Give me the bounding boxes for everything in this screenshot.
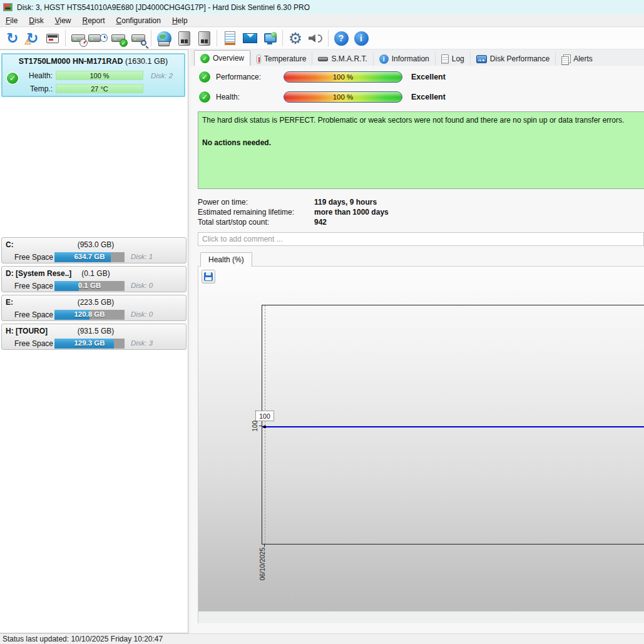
- disk-enclosure-button[interactable]: [174, 29, 194, 48]
- free-space-value: 129.3 GB: [54, 339, 125, 347]
- x-axis-tick-mark: [264, 544, 265, 547]
- health-row: ✓ Health: 100 % Excellent: [191, 90, 644, 104]
- help-icon: ?: [334, 31, 349, 46]
- disk-clock-icon: [88, 34, 101, 42]
- temp-label: Temp.:: [23, 84, 53, 93]
- toolbar-separator: [151, 30, 151, 46]
- stat-row: Power on time: 119 days, 9 hours: [198, 197, 389, 207]
- toolbar-separator: [282, 30, 283, 46]
- toolbar-separator: [217, 30, 217, 46]
- free-space-bar: 129.3 GB: [54, 339, 125, 349]
- notepad-icon: [225, 31, 235, 45]
- disk-schedule-button[interactable]: [88, 29, 108, 48]
- partition-item[interactable]: H: [TOURO] (931.5 GB) Free Space 129.3 G…: [1, 324, 187, 350]
- tab-strip: ✓OverviewTemperatureS.M.A.R.T.iInformati…: [191, 49, 644, 66]
- tab-temperature[interactable]: Temperature: [250, 52, 312, 66]
- partition-list: C: (953.0 GB) Free Space 634.7 GB Disk: …: [1, 237, 187, 352]
- about-button[interactable]: i: [351, 29, 371, 48]
- disk-size: (1630.1 GB): [125, 57, 168, 66]
- health-bar: 100 %: [56, 71, 143, 80]
- network-disk-button[interactable]: [154, 29, 174, 48]
- partition-name: E:: [6, 298, 13, 307]
- disk-enclosure-icon: [178, 31, 190, 46]
- performance-chart-icon: [476, 55, 487, 63]
- health-chart-tab[interactable]: Health (%): [200, 252, 252, 267]
- partition-name: C:: [6, 240, 14, 249]
- save-chart-button[interactable]: [202, 270, 215, 284]
- performance-ok-icon: ✓: [199, 71, 210, 83]
- disk-accept-button[interactable]: ✓: [108, 29, 128, 48]
- status-last-updated: Status last updated: 10/10/2025 Friday 1…: [3, 635, 163, 643]
- globe-disk-icon: [157, 31, 171, 46]
- gear-icon: ⚙: [289, 31, 302, 46]
- stat-value: more than 1000 days: [314, 208, 389, 217]
- refresh-button[interactable]: ↻: [3, 29, 23, 48]
- free-space-bar: 634.7 GB: [54, 252, 125, 262]
- data-point-label: 100: [255, 411, 274, 421]
- status-action-text: No actions needed.: [202, 137, 640, 148]
- chart-gridline: [265, 305, 265, 544]
- help-button[interactable]: ?: [331, 29, 351, 48]
- temp-bar: 27 °C: [56, 84, 143, 93]
- thermometer-icon: [257, 54, 261, 64]
- report-button[interactable]: [43, 29, 63, 48]
- health-series-line: [262, 426, 644, 427]
- partition-item[interactable]: C: (953.0 GB) Free Space 634.7 GB Disk: …: [1, 237, 187, 263]
- network-computer-icon: [263, 32, 277, 44]
- sound-alerts-button[interactable]: [305, 29, 325, 48]
- send-mail-button[interactable]: [240, 29, 260, 48]
- health-meter: 100 %: [284, 91, 402, 103]
- toolbar: ↻ ↻⚠ ✓ ⚙ ? i: [0, 28, 644, 49]
- partition-item[interactable]: D: [System Rese..] (0.1 GB) Free Space 0…: [1, 266, 187, 292]
- partition-disk-label: Disk: 1: [131, 253, 153, 260]
- remote-monitor-button[interactable]: [260, 29, 280, 48]
- settings-button[interactable]: ⚙: [285, 29, 305, 48]
- free-space-value: 120.8 GB: [54, 310, 125, 318]
- tab-disk-performance[interactable]: Disk Performance: [470, 52, 555, 66]
- tab-label: Information: [392, 54, 429, 63]
- disk-number-label: Disk: 2: [151, 72, 173, 79]
- tab-s-m-a-r-t-[interactable]: S.M.A.R.T.: [312, 52, 372, 66]
- disk-test-button[interactable]: [68, 29, 88, 48]
- disk-list-panel: ST1750LM000 HN-M171RAD (1630.1 GB) ✓ Hea…: [0, 49, 188, 633]
- chart-footer: [198, 611, 644, 623]
- warning-icon: ⚠: [24, 38, 31, 46]
- tab-label: Overview: [213, 54, 244, 63]
- x-axis-tick-label: 06/10/2025: [258, 548, 266, 591]
- tab-log[interactable]: Log: [435, 52, 470, 66]
- free-space-label: Free Space: [14, 339, 53, 348]
- disk-enclosure-icon: [198, 31, 210, 46]
- partition-size: (953.0 GB): [78, 240, 115, 249]
- disk-surface-test-button[interactable]: [128, 29, 148, 48]
- selected-disk-card[interactable]: ST1750LM000 HN-M171RAD (1630.1 GB) ✓ Hea…: [1, 53, 185, 97]
- menu-item-disk[interactable]: Disk: [23, 15, 49, 26]
- refresh-all-button[interactable]: ↻⚠: [23, 29, 43, 48]
- menu-item-configuration[interactable]: Configuration: [111, 15, 166, 26]
- performance-row: ✓ Performance: 100 % Excellent: [191, 70, 644, 84]
- free-space-value: 634.7 GB: [54, 253, 125, 260]
- info-icon: i: [354, 31, 369, 46]
- log-button[interactable]: [220, 29, 240, 48]
- menu-item-report[interactable]: Report: [77, 15, 111, 26]
- tab-alerts[interactable]: Alerts: [555, 52, 598, 66]
- smart-disk-icon: [318, 57, 328, 61]
- stat-row: Total start/stop count: 942: [198, 217, 389, 227]
- health-chart-tab-label: Health (%): [208, 255, 244, 264]
- disk-enclosure-2-button[interactable]: [194, 29, 214, 48]
- free-space-label: Free Space: [14, 253, 53, 262]
- free-space-label: Free Space: [14, 310, 53, 319]
- partition-size: (223.5 GB): [78, 298, 115, 307]
- menu-item-help[interactable]: Help: [166, 15, 193, 26]
- tab-label: Disk Performance: [490, 54, 549, 63]
- performance-meter: 100 %: [284, 71, 402, 83]
- partition-item[interactable]: E: (223.5 GB) Free Space 120.8 GB Disk: …: [1, 295, 187, 321]
- menu-item-view[interactable]: View: [49, 15, 77, 26]
- comment-input[interactable]: [198, 232, 644, 246]
- tab-information[interactable]: iInformation: [373, 52, 435, 66]
- refresh-icon: ↻: [6, 31, 18, 46]
- status-text: The hard disk status is PERFECT. Problem…: [202, 115, 640, 126]
- tab-overview[interactable]: ✓Overview: [194, 50, 250, 66]
- window-title: Disk: 3, HGST HTS541010A9E680 [JD4000CHG…: [17, 3, 310, 12]
- menu-item-file[interactable]: File: [0, 15, 23, 26]
- save-icon: [204, 272, 213, 281]
